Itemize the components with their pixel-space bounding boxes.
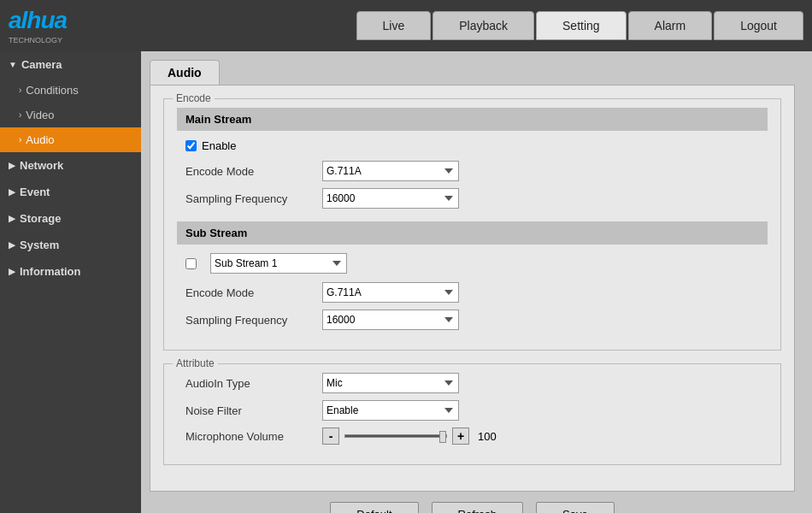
volume-control: - + 100 bbox=[322, 428, 497, 445]
main-encode-mode-select[interactable]: G.711A G.711Mu G.726 AAC bbox=[322, 161, 459, 181]
attribute-section: Attribute AudioIn Type Mic Line In Noise… bbox=[163, 363, 781, 465]
volume-increase-button[interactable]: + bbox=[452, 428, 469, 445]
encode-mode-label: Encode Mode bbox=[185, 165, 322, 178]
sidebar: ▼ Camera › Conditions › Video › Audio ▶ … bbox=[0, 51, 141, 513]
default-button[interactable]: Default bbox=[330, 502, 418, 513]
tab-setting[interactable]: Setting bbox=[536, 11, 627, 40]
video-arrow-icon: › bbox=[19, 110, 21, 120]
main-stream-header: Main Stream bbox=[177, 108, 768, 131]
noise-filter-label: Noise Filter bbox=[185, 404, 322, 417]
sub-enable-row: Sub Stream 1 Sub Stream 2 bbox=[177, 253, 768, 274]
logo-area: alhua TECHNOLOGY bbox=[9, 7, 145, 44]
tab-logout[interactable]: Logout bbox=[714, 11, 803, 40]
nav-tabs: Live Playback Setting Alarm Logout bbox=[356, 11, 803, 40]
encode-legend: Encode bbox=[173, 92, 215, 104]
audio-arrow-icon: › bbox=[19, 135, 21, 144]
sidebar-video-label: Video bbox=[26, 109, 54, 121]
audioin-type-label: AudioIn Type bbox=[185, 377, 322, 390]
logo-text: alhua bbox=[9, 7, 67, 33]
sidebar-item-audio[interactable]: › Audio bbox=[0, 127, 141, 152]
audioin-type-select[interactable]: Mic Line In bbox=[322, 373, 459, 393]
tab-live[interactable]: Live bbox=[356, 11, 432, 40]
information-arrow-icon: ▶ bbox=[9, 267, 15, 276]
sidebar-information-label: Information bbox=[20, 265, 81, 278]
logo-sub: TECHNOLOGY bbox=[9, 36, 67, 44]
sidebar-camera-label: Camera bbox=[21, 58, 62, 71]
volume-slider[interactable] bbox=[344, 434, 447, 438]
network-arrow-icon: ▶ bbox=[9, 161, 15, 170]
sub-encode-mode-row: Encode Mode G.711A G.711Mu G.726 AAC bbox=[177, 282, 768, 303]
refresh-button[interactable]: Refresh bbox=[432, 502, 524, 513]
system-arrow-icon: ▶ bbox=[9, 240, 15, 250]
sidebar-item-information[interactable]: ▶ Information bbox=[0, 258, 141, 285]
noise-filter-select[interactable]: Enable Disable bbox=[322, 400, 459, 421]
sub-stream-header: Sub Stream bbox=[177, 221, 768, 245]
volume-handle[interactable] bbox=[439, 431, 446, 443]
event-arrow-icon: ▶ bbox=[9, 187, 15, 197]
mic-volume-row: Microphone Volume - + 100 bbox=[177, 428, 768, 445]
sidebar-audio-label: Audio bbox=[26, 133, 54, 146]
sub-sampling-select[interactable]: 8000 16000 32000 44100 48000 bbox=[322, 310, 459, 330]
main-sampling-row: Sampling Frequency 8000 16000 32000 4410… bbox=[177, 188, 768, 209]
volume-value: 100 bbox=[478, 430, 497, 443]
sub-encode-mode-label: Encode Mode bbox=[185, 286, 322, 299]
main-enable-label: Enable bbox=[202, 139, 236, 152]
audio-tab[interactable]: Audio bbox=[150, 60, 220, 85]
sub-enable-checkbox[interactable] bbox=[185, 258, 197, 269]
sidebar-event-label: Event bbox=[20, 186, 50, 198]
volume-fill bbox=[345, 435, 446, 437]
camera-arrow-icon: ▼ bbox=[9, 60, 17, 69]
storage-arrow-icon: ▶ bbox=[9, 214, 15, 223]
attribute-legend: Attribute bbox=[173, 357, 218, 369]
audioin-type-row: AudioIn Type Mic Line In bbox=[177, 373, 768, 393]
header: alhua TECHNOLOGY Live Playback Setting A… bbox=[0, 0, 812, 51]
sidebar-conditions-label: Conditions bbox=[26, 84, 78, 97]
tab-playback[interactable]: Playback bbox=[432, 11, 534, 40]
sidebar-system-label: System bbox=[20, 239, 59, 251]
main-card: Encode Main Stream Enable Encode Mode G.… bbox=[150, 85, 795, 492]
sidebar-storage-label: Storage bbox=[20, 212, 61, 225]
sidebar-item-system[interactable]: ▶ System bbox=[0, 232, 141, 258]
save-button[interactable]: Save bbox=[536, 502, 615, 513]
volume-decrease-button[interactable]: - bbox=[322, 428, 339, 445]
main-encode-mode-row: Encode Mode G.711A G.711Mu G.726 AAC bbox=[177, 161, 768, 181]
sidebar-item-video[interactable]: › Video bbox=[0, 103, 141, 127]
main-layout: ▼ Camera › Conditions › Video › Audio ▶ … bbox=[0, 51, 812, 513]
content-area: Audio Encode Main Stream Enable Encode M… bbox=[141, 51, 812, 513]
sampling-freq-label: Sampling Frequency bbox=[185, 192, 322, 205]
sidebar-section-camera: ▼ Camera bbox=[0, 51, 141, 78]
main-sampling-select[interactable]: 8000 16000 32000 44100 48000 bbox=[322, 188, 459, 209]
noise-filter-row: Noise Filter Enable Disable bbox=[177, 400, 768, 421]
footer-buttons: Default Refresh Save bbox=[150, 492, 795, 513]
tab-alarm[interactable]: Alarm bbox=[628, 11, 713, 40]
sidebar-item-conditions[interactable]: › Conditions bbox=[0, 78, 141, 103]
sidebar-item-event[interactable]: ▶ Event bbox=[0, 179, 141, 205]
encode-section: Encode Main Stream Enable Encode Mode G.… bbox=[163, 98, 781, 351]
sub-stream-select[interactable]: Sub Stream 1 Sub Stream 2 bbox=[210, 253, 347, 274]
conditions-arrow-icon: › bbox=[19, 86, 21, 95]
sub-encode-mode-select[interactable]: G.711A G.711Mu G.726 AAC bbox=[322, 282, 459, 303]
sub-sampling-row: Sampling Frequency 8000 16000 32000 4410… bbox=[177, 310, 768, 330]
sidebar-network-label: Network bbox=[20, 159, 63, 172]
sub-sampling-label: Sampling Frequency bbox=[185, 314, 322, 327]
main-enable-row: Enable bbox=[177, 139, 768, 152]
sidebar-item-network[interactable]: ▶ Network bbox=[0, 152, 141, 179]
main-enable-checkbox[interactable] bbox=[185, 140, 197, 151]
sidebar-item-storage[interactable]: ▶ Storage bbox=[0, 205, 141, 232]
mic-volume-label: Microphone Volume bbox=[185, 430, 322, 443]
